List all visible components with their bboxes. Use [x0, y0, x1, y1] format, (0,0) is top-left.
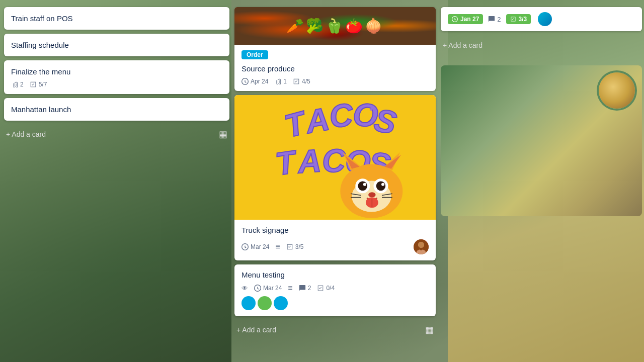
- comment-icon: [299, 285, 306, 292]
- checklist-value: 5/7: [39, 81, 47, 88]
- add-card-middle[interactable]: + Add a card ▦: [234, 320, 436, 339]
- desc-item: ≡: [288, 284, 292, 292]
- date-value: Jan 27: [460, 16, 479, 23]
- svg-point-20: [358, 182, 367, 191]
- checklist-value: 3/5: [295, 243, 304, 250]
- template-icon: ▦: [425, 324, 434, 335]
- card-title: Truck signage: [242, 225, 429, 235]
- board: Train staff on POS Staffing schedule Fin…: [0, 0, 644, 362]
- attachment-count: 2: [11, 81, 24, 88]
- date-item: Mar 24: [242, 243, 269, 250]
- comment-icon: [488, 16, 495, 23]
- assignee-avatar: [414, 239, 429, 254]
- date-value: Apr 24: [251, 78, 268, 85]
- clock-icon: [242, 78, 249, 85]
- paperclip-icon: [274, 78, 281, 85]
- card-title: Staffing schedule: [11, 41, 69, 49]
- column-middle: 🥕🥦🫑🍅🧅 Order Source produce Apr 24 1: [234, 5, 436, 339]
- card-body: Truck signage Mar 24 ≡ 3/5: [234, 220, 436, 260]
- card-finalize-menu[interactable]: Finalize the menu 2 5/7: [4, 60, 229, 94]
- comment-badge: 2: [488, 16, 501, 23]
- attachment-value: 2: [20, 81, 24, 88]
- checklist-icon: [286, 243, 293, 250]
- card-title: Train staff on POS: [11, 14, 73, 23]
- card-manhattan-launch[interactable]: Manhattan launch: [4, 98, 229, 121]
- checklist-value: 3/3: [519, 16, 527, 23]
- card-title: Menu testing: [242, 269, 429, 280]
- card-meta: Mar 24 ≡ 3/5: [242, 239, 429, 254]
- column-right: Jan 27 2 3/3 + Add a card: [441, 5, 642, 216]
- add-card-label: + Add a card: [236, 326, 276, 334]
- svg-point-23: [381, 183, 384, 186]
- order-label: Order: [242, 50, 268, 59]
- desc-item: ≡: [275, 243, 280, 251]
- checklist-count: 5/7: [30, 81, 47, 88]
- produce-image: 🥕🥦🫑🍅🧅: [234, 7, 436, 45]
- avatar-3: [274, 296, 288, 310]
- add-card-label: + Add a card: [6, 130, 46, 138]
- svg-text:C: C: [322, 143, 346, 179]
- date-item: Apr 24: [242, 78, 268, 85]
- add-card-left[interactable]: + Add a card ▦: [4, 125, 229, 144]
- checklist-icon: [293, 78, 300, 85]
- checklist-badge-icon: [510, 16, 516, 22]
- eye-icon: 👁: [242, 285, 248, 292]
- card-train-staff[interactable]: Train staff on POS: [4, 7, 229, 30]
- card-staffing-schedule[interactable]: Staffing schedule: [4, 34, 229, 56]
- card-meta: Apr 24 1 4/5: [242, 78, 429, 85]
- add-card-right[interactable]: + Add a card: [441, 37, 642, 53]
- add-card-label: + Add a card: [443, 41, 482, 49]
- date-item: Mar 24: [254, 285, 282, 292]
- svg-text:C: C: [328, 97, 355, 135]
- right-circular-item: [597, 70, 637, 111]
- taco-art-svg: T A C O S ' T A: [239, 95, 431, 220]
- svg-point-22: [363, 183, 366, 186]
- comment-value: 2: [308, 285, 311, 292]
- user-avatar-svg: [414, 239, 429, 254]
- checklist-item: 0/4: [317, 285, 335, 292]
- clock-badge-icon: [452, 16, 458, 22]
- paperclip-icon: [11, 81, 18, 88]
- card-body: Order Source produce Apr 24 1 4/5: [234, 45, 436, 91]
- checklist-item: 4/5: [293, 78, 310, 85]
- avatar-image: [414, 239, 429, 254]
- attach-value: 1: [283, 78, 287, 85]
- svg-point-21: [376, 182, 386, 191]
- card-meta: 👁 Mar 24 ≡ 2 0/4: [242, 284, 429, 292]
- card-meta: 2 5/7: [11, 81, 222, 88]
- svg-point-24: [368, 192, 375, 197]
- comment-item: 2: [299, 285, 311, 292]
- clock-icon: [242, 243, 249, 250]
- date-value: Mar 24: [263, 285, 282, 292]
- avatar-1: [242, 296, 256, 310]
- comment-value: 2: [497, 16, 501, 23]
- card-truck-signage[interactable]: T A C O S ' T A: [234, 95, 436, 260]
- date-value: Mar 24: [251, 243, 269, 250]
- column-left: Train staff on POS Staffing schedule Fin…: [4, 5, 229, 144]
- template-icon: ▦: [219, 129, 227, 140]
- card-title: Manhattan launch: [11, 105, 71, 114]
- avatar-2: [258, 296, 272, 310]
- card-menu-testing[interactable]: Menu testing 👁 Mar 24 ≡ 2 0/: [234, 264, 436, 316]
- checklist-icon: [317, 285, 324, 292]
- svg-point-34: [418, 242, 424, 248]
- checklist-icon: [30, 81, 37, 88]
- right-cover-image: [441, 65, 642, 216]
- card-title: Finalize the menu: [11, 67, 70, 76]
- clock-icon: [254, 285, 261, 292]
- card-source-produce[interactable]: 🥕🥦🫑🍅🧅 Order Source produce Apr 24 1: [234, 7, 436, 91]
- svg-text:A: A: [295, 142, 322, 180]
- checklist-item: 3/5: [286, 243, 304, 250]
- description-icon: ≡: [275, 243, 280, 251]
- description-icon: ≡: [288, 284, 292, 292]
- avatar-group: [242, 296, 429, 310]
- checklist-badge: 3/3: [506, 14, 531, 24]
- watch-item: 👁: [242, 285, 248, 292]
- checklist-value: 4/5: [302, 78, 310, 85]
- card-right-meta: Jan 27 2 3/3: [448, 12, 635, 26]
- card-right-top[interactable]: Jan 27 2 3/3: [441, 7, 642, 31]
- attach-item: 1: [274, 78, 287, 85]
- card-title: Source produce: [242, 63, 429, 74]
- taco-cover: T A C O S ' T A: [234, 95, 436, 220]
- produce-cover: 🥕🥦🫑🍅🧅: [234, 7, 436, 45]
